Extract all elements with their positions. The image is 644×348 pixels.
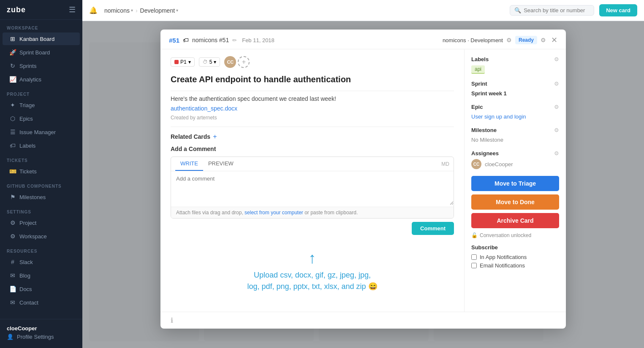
- sidebar-item-labels[interactable]: 🏷 Labels: [3, 139, 80, 152]
- hamburger-icon[interactable]: ☰: [69, 5, 76, 14]
- sidebar-item-analytics[interactable]: 📈 Analytics: [3, 73, 80, 86]
- comment-submit-button[interactable]: Comment: [412, 222, 454, 235]
- sidebar-item-tickets[interactable]: 🎫 Tickets: [3, 165, 80, 178]
- sidebar-item-docs[interactable]: 📄 Docs: [3, 283, 80, 295]
- sidebar-item-slack[interactable]: # Slack: [3, 256, 80, 268]
- label-tag[interactable]: api: [471, 65, 485, 74]
- search-input[interactable]: [524, 7, 590, 13]
- search-box[interactable]: 🔍: [510, 5, 594, 16]
- sidebar-item-workspace-settings[interactable]: ⚙ Workspace: [3, 230, 80, 243]
- in-app-option[interactable]: In App Notifications: [471, 254, 559, 260]
- sidebar-logo-area: zube ☰: [0, 0, 82, 20]
- avatar: CC: [224, 56, 236, 68]
- assignee-row: CC cloeCooper: [471, 159, 559, 169]
- move-triage-button[interactable]: Move to Triage: [471, 176, 559, 191]
- project-link[interactable]: Development ▾: [140, 7, 179, 14]
- issue-icon: ☰: [9, 129, 16, 135]
- priority-badge[interactable]: P1 ▾: [171, 57, 195, 67]
- archive-card-button[interactable]: Archive Card: [471, 213, 559, 228]
- milestone-gear-icon[interactable]: ⚙: [554, 127, 559, 133]
- markdown-icon: MD: [441, 161, 449, 167]
- priority-dot: [174, 60, 179, 64]
- comment-textarea[interactable]: [171, 171, 454, 205]
- avatar-group: CC +: [224, 56, 250, 68]
- assignees-gear-icon[interactable]: ⚙: [554, 150, 559, 156]
- sprint-gear-icon[interactable]: ⚙: [554, 81, 559, 87]
- workspace-link[interactable]: nomicons ▾: [104, 7, 133, 14]
- upload-area[interactable]: ↑ Upload csv, docx, gif, gz, jpeg, jpg,l…: [171, 241, 454, 305]
- new-card-button[interactable]: New card: [599, 4, 637, 16]
- card-meta-bar: P1 ▾ ⏱ 5 ▾ CC: [171, 56, 454, 68]
- email-checkbox[interactable]: [471, 263, 477, 268]
- epic-value[interactable]: User sign up and login: [471, 113, 526, 120]
- sprint-header: Sprint ⚙: [471, 81, 559, 87]
- add-related-card-button[interactable]: +: [213, 133, 217, 140]
- status-gear-icon[interactable]: ⚙: [541, 37, 546, 43]
- milestone-section: Milestone ⚙ No Milestone: [471, 127, 559, 143]
- card-modal-main: P1 ▾ ⏱ 5 ▾ CC: [160, 49, 465, 312]
- add-assignee-button[interactable]: +: [238, 56, 250, 68]
- card-attachment-link[interactable]: authentication_spec.docx: [171, 105, 237, 112]
- notification-icon[interactable]: 🔔: [89, 6, 98, 14]
- sidebar-item-triage[interactable]: ✦ Triage: [3, 99, 80, 111]
- assignees-title: Assignees: [471, 150, 499, 156]
- in-app-label: In App Notifications: [480, 254, 527, 260]
- assignee-name: cloeCooper: [485, 161, 513, 167]
- priority-label: P1: [180, 59, 187, 65]
- blog-icon: ✉: [9, 272, 16, 279]
- sidebar-item-label: Kanban Board: [19, 36, 54, 42]
- card-modal-sidebar: Labels ⚙ api Sprint ⚙ Sprint week 1: [465, 49, 566, 312]
- sidebar-item-contact[interactable]: ✉ Contact: [3, 296, 80, 309]
- sidebar-item-sprints[interactable]: ↻ Sprints: [3, 59, 80, 72]
- labels-gear-icon[interactable]: ⚙: [554, 56, 559, 62]
- sidebar-item-sprint-board[interactable]: 🚀 Sprint Board: [3, 46, 80, 59]
- section-label-workspace: Workspace: [0, 20, 82, 32]
- user-icon: 👤: [7, 334, 14, 340]
- email-option[interactable]: Email Notifications: [471, 262, 559, 269]
- breadcrumb: nomicons ▾ › Development ▾: [104, 7, 178, 14]
- sprints-icon: ↻: [9, 62, 16, 69]
- sidebar-item-project-settings[interactable]: ⚙ Project: [3, 216, 80, 229]
- breadcrumb-gear-icon[interactable]: ⚙: [506, 37, 512, 43]
- sidebar-item-label: Analytics: [19, 76, 41, 83]
- sidebar-item-label: Project: [19, 220, 36, 226]
- move-done-button[interactable]: Move to Done: [471, 194, 559, 210]
- workspace-gear-icon: ⚙: [9, 233, 16, 240]
- priority-arrow: ▾: [188, 59, 191, 65]
- sidebar-item-label: Milestones: [19, 194, 46, 200]
- related-cards-label: Related Cards: [171, 133, 210, 140]
- card-modal-footer: ℹ: [160, 312, 566, 329]
- milestones-icon: ⚑: [9, 194, 16, 200]
- sidebar-item-milestones[interactable]: ⚑ Milestones: [3, 191, 80, 203]
- sidebar-item-kanban[interactable]: ⊞ Kanban Board: [3, 32, 80, 45]
- assignees-header: Assignees ⚙: [471, 150, 559, 156]
- labels-icon: 🏷: [9, 142, 16, 149]
- sidebar-item-issue-manager[interactable]: ☰ Issue Manager: [3, 126, 80, 138]
- sidebar-item-blog[interactable]: ✉ Blog: [3, 269, 80, 282]
- contact-icon: ✉: [9, 299, 16, 306]
- card-modal: #51 🏷 nomicons #51 ✏ Feb 11, 2018 nomico…: [160, 30, 566, 329]
- sidebar-item-label: Labels: [19, 143, 35, 149]
- edit-icon[interactable]: ✏: [232, 37, 237, 43]
- related-cards-header: Related Cards +: [171, 133, 454, 140]
- write-tab[interactable]: WRITE: [175, 157, 203, 171]
- comment-footer: Attach files via drag and drop, select f…: [171, 207, 454, 218]
- conversation-status: 🔓 Conversation unlocked: [471, 232, 559, 238]
- epic-gear-icon[interactable]: ⚙: [554, 104, 559, 110]
- close-button[interactable]: ✕: [551, 35, 557, 45]
- card-breadcrumb: nomicons · Development: [443, 37, 503, 43]
- docs-icon: 📄: [9, 286, 16, 292]
- preview-tab[interactable]: PREVIEW: [203, 157, 239, 171]
- milestone-header: Milestone ⚙: [471, 127, 559, 133]
- points-badge[interactable]: ⏱ 5 ▾: [199, 57, 220, 67]
- tickets-icon: 🎫: [9, 168, 16, 175]
- in-app-checkbox[interactable]: [471, 254, 477, 260]
- sidebar-profile-settings[interactable]: 👤 Profile Settings: [7, 332, 76, 342]
- sidebar-item-label: Docs: [19, 286, 32, 292]
- sidebar-item-label: Blog: [19, 272, 30, 279]
- select-file-link[interactable]: select from your computer: [245, 210, 303, 216]
- board-background: #51 🏷 nomicons #51 ✏ Feb 11, 2018 nomico…: [82, 21, 644, 348]
- comment-submit-row: Comment: [171, 222, 454, 235]
- sidebar-item-epics[interactable]: ⬡ Epics: [3, 112, 80, 125]
- epic-section: Epic ⚙ User sign up and login: [471, 104, 559, 120]
